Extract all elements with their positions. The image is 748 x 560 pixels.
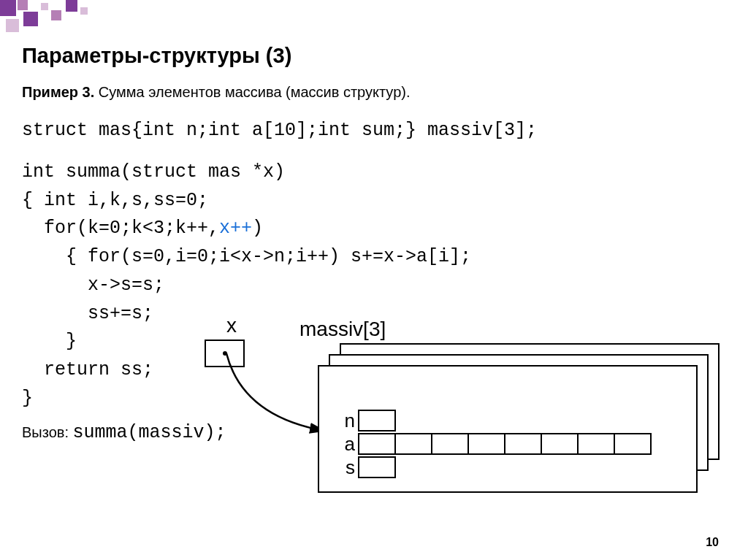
- code-line: x->s=s;: [22, 272, 726, 300]
- function-signature: int summa(struct mas *x): [22, 158, 726, 187]
- a-cell: [614, 433, 652, 455]
- pointer-label: x: [226, 314, 237, 337]
- s-cell: [358, 456, 396, 478]
- field-s: s: [337, 456, 652, 479]
- a-cell: [468, 433, 505, 455]
- a-cell: [541, 433, 579, 455]
- code-line: { int i,k,s,ss=0;: [22, 187, 726, 215]
- field-a: a: [337, 432, 652, 456]
- array-label: massiv[3]: [299, 318, 386, 341]
- a-cell: [577, 433, 615, 455]
- slide-title: Параметры-структуры (3): [22, 44, 726, 68]
- example-number: Пример 3.: [22, 84, 94, 100]
- example-description: Пример 3. Сумма элементов массива (масси…: [22, 84, 726, 101]
- page-number: 10: [706, 536, 719, 549]
- pointer-dot: [223, 351, 227, 356]
- corner-decoration: [0, 0, 117, 44]
- a-cell: [394, 433, 432, 455]
- pointer-box: [205, 340, 245, 367]
- struct-card-front: n a s: [318, 365, 698, 493]
- highlighted-code: x++: [219, 218, 252, 239]
- code-line: for(k=0;k<3;k++,x++): [22, 215, 726, 243]
- memory-diagram: x massiv[3] n a: [205, 314, 730, 511]
- struct-declaration: struct mas{int n;int a[10];int sum;} mas…: [22, 117, 726, 145]
- a-cell: [431, 433, 469, 455]
- code-line: { for(s=0,i=0;i<x->n;i++) s+=x->a[i];: [22, 243, 726, 272]
- field-n: n: [337, 409, 652, 432]
- n-cell: [358, 410, 396, 431]
- a-cell: [358, 433, 396, 455]
- a-cell: [504, 433, 542, 455]
